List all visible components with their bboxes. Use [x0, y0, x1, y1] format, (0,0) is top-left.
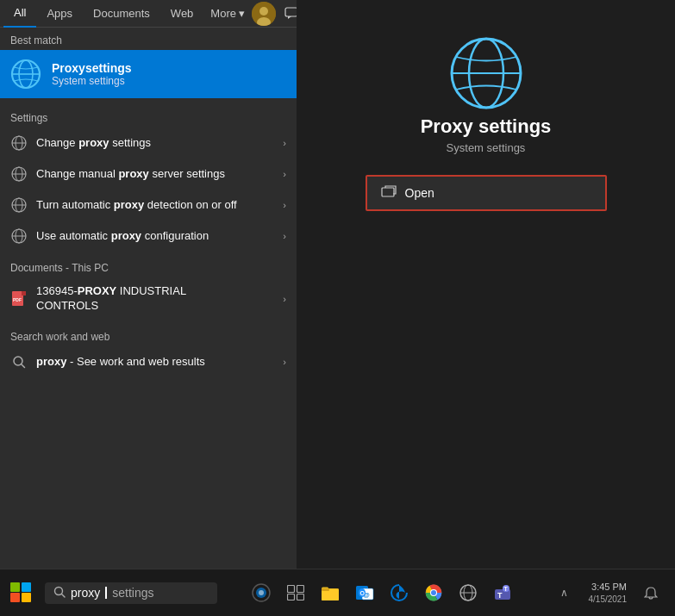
chrome-icon[interactable] — [416, 576, 451, 610]
svg-text:T: T — [504, 586, 509, 592]
settings-section: Settings Change proxy settings › — [0, 98, 297, 252]
svg-rect-43 — [322, 588, 329, 591]
best-match-subtitle: System settings — [52, 75, 132, 87]
documents-section: Documents - This PC PDF 136945-PROXY IND… — [0, 252, 297, 320]
open-window-icon — [381, 185, 397, 201]
taskbar-search-bar[interactable]: proxy settings — [45, 582, 217, 604]
chevron-right-icon-web: › — [283, 357, 286, 367]
best-match-text: Proxysettings System settings — [52, 61, 132, 87]
svg-rect-39 — [288, 594, 295, 600]
taskview-icon[interactable] — [278, 576, 313, 610]
tab-all[interactable]: All — [3, 0, 36, 28]
open-button-label: Open — [405, 186, 434, 200]
svg-rect-31 — [22, 582, 31, 592]
app-icon-large — [447, 34, 525, 115]
web-section: Search work and web proxy - See work and… — [0, 320, 297, 377]
web-label: Search work and web — [0, 324, 297, 346]
taskbar-search-icon — [53, 586, 66, 600]
svg-point-36 — [259, 590, 264, 595]
svg-point-1 — [259, 7, 268, 16]
right-panel: Proxy settings System settings Open — [297, 0, 675, 569]
svg-rect-30 — [10, 582, 20, 592]
settings-item-text-4: Use automatic proxy configuration — [36, 229, 274, 244]
globe-icon-2 — [10, 165, 28, 183]
documents-label: Documents - This PC — [0, 255, 297, 277]
outlook-icon[interactable]: @ O — [347, 576, 382, 610]
pdf-icon: PDF — [10, 290, 28, 308]
svg-line-23 — [22, 364, 25, 368]
globe-icon-3 — [10, 196, 28, 214]
search-cursor — [105, 587, 107, 599]
docs-item-1[interactable]: PDF 136945-PROXY INDUSTRIALCONTROLS › — [0, 277, 297, 320]
settings-item-text-2: Change manual proxy server settings — [36, 167, 274, 182]
chevron-right-icon-3: › — [283, 200, 286, 210]
svg-rect-28 — [10, 593, 20, 602]
tab-documents[interactable]: Documents — [83, 0, 160, 28]
user-avatar[interactable] — [252, 2, 276, 26]
tab-web[interactable]: Web — [160, 0, 204, 28]
taskbar-search-sub: settings — [112, 586, 153, 600]
tab-apps[interactable]: Apps — [36, 0, 83, 28]
proxy-settings-icon — [10, 59, 41, 90]
svg-text:PDF: PDF — [13, 297, 22, 302]
best-match-label: Best match — [0, 28, 297, 50]
open-button-wrapper: Open — [366, 175, 607, 211]
taskbar-search-text: proxy — [71, 586, 100, 600]
settings-label: Settings — [0, 105, 297, 128]
file-explorer-icon[interactable] — [313, 576, 347, 610]
best-match-item[interactable]: Proxysettings System settings — [0, 50, 297, 98]
taskbar-center: @ O — [217, 576, 547, 610]
cortana-icon[interactable] — [244, 576, 278, 610]
web-item-1[interactable]: proxy - See work and web results › — [0, 346, 297, 377]
left-panel: All Apps Documents Web More ▾ — [0, 0, 297, 569]
settings-item-turn-automatic[interactable]: Turn automatic proxy detection on or off… — [0, 190, 297, 221]
svg-rect-27 — [382, 188, 394, 196]
svg-point-51 — [431, 590, 436, 595]
chevron-down-icon: ▾ — [239, 7, 245, 20]
settings-item-use-automatic[interactable]: Use automatic proxy configuration › — [0, 221, 297, 252]
search-icon — [10, 353, 28, 370]
svg-rect-37 — [288, 586, 295, 593]
svg-rect-29 — [22, 593, 31, 602]
open-button[interactable]: Open — [367, 177, 605, 209]
svg-text:O: O — [360, 590, 366, 596]
globe-icon-4 — [10, 227, 28, 245]
taskbar: proxy settings — [0, 569, 675, 616]
vpn-icon[interactable] — [451, 576, 485, 610]
app-title: Proxy settings — [421, 115, 552, 138]
settings-item-text-3: Turn automatic proxy detection on or off — [36, 198, 274, 213]
svg-rect-40 — [297, 594, 304, 600]
taskbar-right: ∧ 3:45 PM 4/15/2021 — [547, 576, 676, 610]
svg-rect-3 — [285, 8, 297, 16]
settings-item-change-manual[interactable]: Change manual proxy server settings › — [0, 159, 297, 190]
chevron-right-icon-4: › — [283, 231, 286, 241]
tab-more[interactable]: More ▾ — [203, 3, 252, 23]
clock[interactable]: 3:45 PM 4/15/2021 — [585, 581, 631, 604]
notification-icon[interactable] — [634, 576, 668, 610]
teams-icon[interactable]: T T — [485, 576, 520, 610]
web-item-text-1: proxy - See work and web results — [36, 355, 274, 368]
svg-rect-20 — [22, 291, 26, 296]
settings-item-text-1: Change proxy settings — [36, 136, 274, 151]
chevron-right-icon-1: › — [283, 138, 286, 148]
best-match-title: Proxysettings — [52, 61, 132, 75]
svg-rect-38 — [297, 586, 304, 593]
svg-line-33 — [62, 594, 66, 597]
edge-icon[interactable] — [382, 576, 416, 610]
docs-item-text-1: 136945-PROXY INDUSTRIALCONTROLS — [36, 284, 274, 314]
svg-text:T: T — [497, 591, 503, 600]
start-button[interactable] — [3, 576, 38, 610]
app-subtitle: System settings — [447, 141, 526, 154]
tab-bar: All Apps Documents Web More ▾ — [0, 0, 297, 28]
chevron-right-icon-docs: › — [283, 294, 286, 304]
chevron-right-icon-2: › — [283, 169, 286, 179]
system-tray[interactable]: ∧ — [547, 576, 582, 610]
settings-item-change-proxy[interactable]: Change proxy settings › — [0, 128, 297, 159]
globe-icon-1 — [10, 134, 28, 152]
